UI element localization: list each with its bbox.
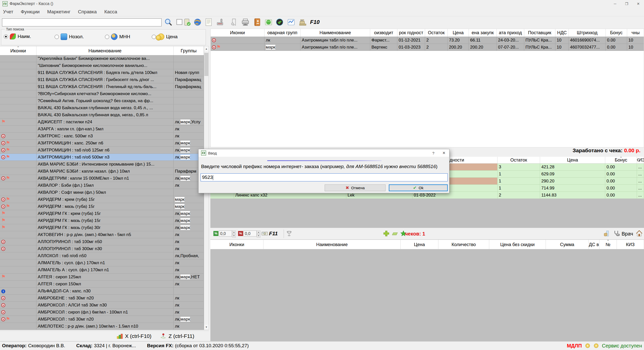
f10-label[interactable]: F10 [310,19,320,25]
column-header-6[interactable]: Бонус^ [605,157,637,163]
list-item[interactable]: АМЕЛОТЕКС : р-р д/ин. (амп.) 10мг/мл - 1… [0,323,204,330]
column-header-8[interactable]: ата приход [497,29,524,36]
list-item[interactable]: +⚑АМБРОКСОЛ : таб 30мг n20лк,марк [0,316,204,323]
dialog-help-button[interactable]: ? [428,149,439,157]
column-header-1[interactable]: Наименование [36,46,174,55]
z-report-button[interactable]: Z (ctrl-F11) [160,333,194,339]
list-item[interactable]: +⚑АЗИТРОМИЦИН : капс. 250мг n6лк,марк [0,140,204,147]
clipboard-check-icon[interactable] [183,18,191,26]
close-button[interactable]: ✕ [632,0,644,8]
list-item[interactable]: ?BIOfly+Сибирская клетчатка? Биоморожено… [0,90,204,97]
payment-icon[interactable] [261,230,268,237]
globe-icon[interactable] [193,18,202,26]
list-item[interactable]: АКВА МАРИС БЭБИ : капли назал. (фл.) 10м… [0,168,204,175]
menu-item-1[interactable]: Функции [21,9,40,15]
column-header-6[interactable]: ДС в [589,240,599,249]
folder-icon[interactable] [603,230,610,237]
column-header-3[interactable]: оизводит [370,29,397,36]
doctor-button[interactable]: Врач [622,231,633,237]
table-row[interactable]: +⚑маркАзитромицин табл п/о пле...Вертекс… [211,44,644,51]
list-item[interactable]: ⚑АКРИДЕРМ ГК : мазь (туба) 30глк,марк [0,224,204,231]
search-type-option-2[interactable]: МНН [105,33,130,40]
add-item-icon[interactable] [383,230,390,237]
table-row[interactable]: +лкАзитромицин табл п/о пле...Фармст...0… [211,37,644,44]
list-item[interactable]: АЛЛОХОЛ : таб п/об n50лк,Пробная, [0,252,204,259]
list-item[interactable]: АКВАЛОР : Бэби (фл.) 15мллк [0,182,204,189]
radio-unselected[interactable] [105,35,109,39]
list-item[interactable]: АЗАРГА : капли гл. (фл-кап.) 5мллк [0,126,204,133]
stethoscope-icon[interactable] [613,230,620,237]
column-header-5[interactable]: Остаток [425,29,448,36]
list-item[interactable]: BAIKAL 430 Байкальская глубинная вода не… [0,104,204,111]
magnifier-icon[interactable] [164,18,173,26]
printer-icon[interactable] [241,18,250,26]
column-header-9[interactable]: Поставщик [524,29,555,36]
column-header-3[interactable]: Количество [438,240,489,249]
minimize-button[interactable]: ─ [609,0,621,8]
column-header-6[interactable]: Цена [448,29,469,36]
address-book-icon[interactable] [253,18,262,26]
column-header-4[interactable]: Остаток [498,157,540,163]
column-header-4[interactable]: рок годност [397,29,425,36]
search-type-option-3[interactable]: Цена [152,33,178,40]
column-header-2[interactable]: Наименование [300,29,370,36]
column-header-8[interactable]: КИЗ [617,240,644,249]
discount2-arrows[interactable]: ▲▼ [257,230,260,237]
barcode-scanner-icon[interactable] [216,18,225,26]
chart-page-icon[interactable] [287,18,295,26]
menu-item-2[interactable]: Маркетинг [47,9,70,15]
list-item[interactable]: ⚑АДЖИСЕПТ : пастилки n24лк,марк,Услу [0,119,204,126]
list-item[interactable]: 911 ВАША СЛУЖБА СПАСЕНИЯ : Грибкосепт ге… [0,76,204,83]
maximize-button[interactable]: ❐ [621,0,632,8]
list-item[interactable]: ⚑АКРИДЕРМ ГК : мазь (туба) 15глк,марк [0,217,204,224]
list-item[interactable]: ⚑АЛТЕЯ : сироп 125мллк,марк,НЕТ [0,274,204,281]
column-header-7[interactable]: ена закупк [469,29,497,36]
radio-unselected[interactable] [152,35,156,39]
list-item[interactable]: BAIKAL 430 Байкальская глубинная вода, н… [0,111,204,119]
list-item[interactable]: +АЛЛОПУРИНОЛ : таб 300мг n30лк [0,245,204,252]
list-item[interactable]: iАЛЬФАДОЛ-СА : капс. n30 [0,288,204,295]
green-globe-icon[interactable] [264,18,273,26]
column-header-5[interactable]: Цена [540,157,605,163]
column-header-10[interactable]: НДС [555,29,569,36]
list-item[interactable]: АКВА МАРИС БЭБИ : Интенсивное промывание… [0,161,204,168]
discount1-spinner[interactable]: 0,0 [219,230,232,237]
list-item[interactable]: +АЗИТРОКС : капс. 500мг n3лк [0,133,204,140]
list-item[interactable]: АКВАЛОР : Софт мини (фл.) 50мл [0,189,204,196]
scroll-up-icon[interactable]: ▲ [204,46,209,51]
search-type-option-1[interactable]: Нозол. [55,33,84,40]
eraser-icon[interactable] [391,230,398,237]
list-item[interactable]: АЛМАГЕЛЬ А : сусп. (фл.) 170мл n1лк [0,266,204,274]
column-header-5[interactable]: Сумма [546,240,589,249]
radio-selected[interactable] [4,34,8,39]
menu-item-4[interactable]: Касса [104,9,117,15]
list-item[interactable]: АКТОВЕГИН : р-р д/ин. (амп.) 40мг/мл - 5… [0,231,204,238]
discount2-spinner[interactable]: 0,0 [244,230,257,237]
column-header-12[interactable]: Бонус [606,29,627,36]
column-header-0[interactable]: Иконки [211,29,264,36]
ok-button[interactable]: ✔ Ok [389,184,448,191]
column-header-2[interactable]: Цена [401,240,438,249]
column-header-2[interactable]: Группы [174,46,204,55]
column-header-1[interactable]: оварная групп [264,29,300,36]
list-item[interactable]: +АМБРОБЕНЕ : таб 30мг n20лк [0,295,204,302]
list-item[interactable]: +АЛЛОПУРИНОЛ : таб 100мг n50лк [0,238,204,245]
list-item[interactable]: ⚑АКРИДЕРМ ГК : крем (туба) 15глк,марк [0,210,204,217]
list-item[interactable]: +АМБРОКСОЛ : сироп (фл.) 6мг/мл - 100мл … [0,309,204,316]
list-item[interactable]: +⚑АКВАДЕТРИМ : капли 15 000МЕ/мл - 10мл … [0,175,204,182]
scrollbar-thumb[interactable] [204,53,208,76]
trophy-icon[interactable] [286,230,293,237]
dialog-close-button[interactable]: ✕ [439,149,449,157]
home-icon[interactable] [636,230,643,237]
order-prefix-input[interactable]: 9523 [201,173,448,181]
disc-check-icon[interactable] [275,18,284,26]
column-header-0[interactable]: Иконки^ [0,46,36,55]
x-report-button[interactable]: X (ctrl-F10) [117,333,151,339]
notes-icon[interactable] [204,18,213,26]
list-item[interactable]: ?Семейный Актив. Горький шоколад? без са… [0,97,204,104]
list-item[interactable]: 911 ВАША СЛУЖБА СПАСЕНИЯ : Пчелиный яд г… [0,83,204,90]
column-header-11[interactable]: Штрихкод [569,29,606,36]
list-item[interactable]: АЛМАГЕЛЬ : сусп. (фл.) 170мл n1лк [0,259,204,266]
list-item[interactable]: +⚑АЗИТРОМИЦИН : таб п/об 500мг n3лк,марк [0,154,204,161]
column-header-7[interactable]: КИЗ [637,157,644,163]
